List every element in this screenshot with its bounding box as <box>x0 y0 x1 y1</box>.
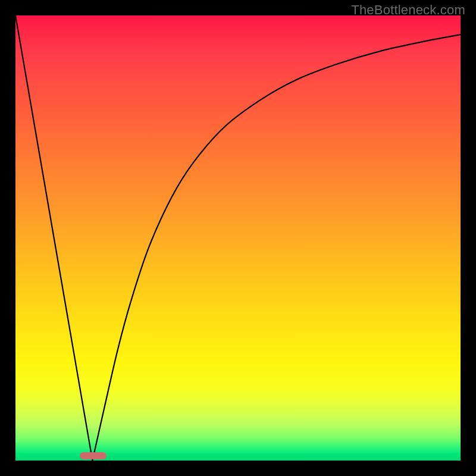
chart-frame: TheBottleneck.com <box>0 0 476 476</box>
curve-right <box>92 35 461 461</box>
plot-area <box>15 15 461 461</box>
curve-left-line <box>15 15 92 461</box>
chart-curves <box>15 15 461 461</box>
min-marker <box>80 452 107 459</box>
